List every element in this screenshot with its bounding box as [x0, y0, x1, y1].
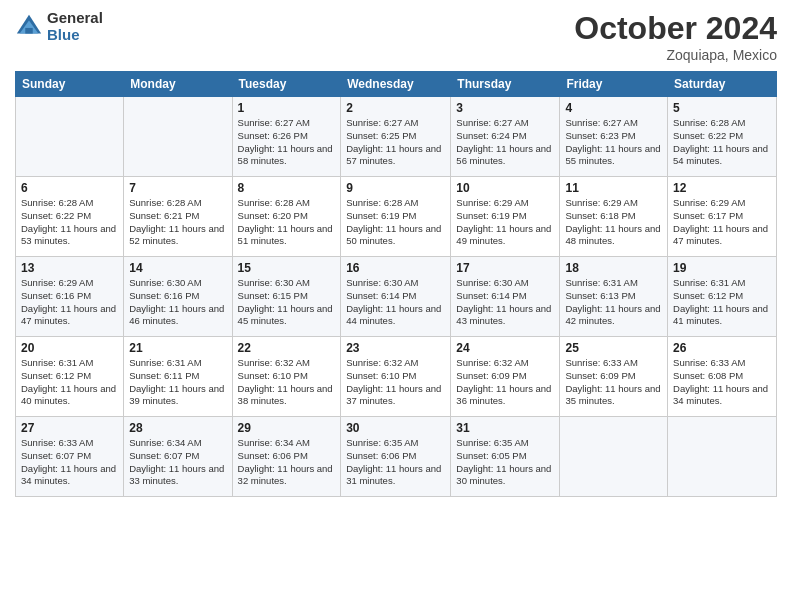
weekday-header-monday: Monday — [124, 72, 232, 97]
calendar-cell: 3Sunrise: 6:27 AM Sunset: 6:24 PM Daylig… — [451, 97, 560, 177]
day-info: Sunrise: 6:27 AM Sunset: 6:26 PM Dayligh… — [238, 117, 336, 168]
day-info: Sunrise: 6:28 AM Sunset: 6:20 PM Dayligh… — [238, 197, 336, 248]
logo-blue-text: Blue — [47, 27, 103, 44]
day-number: 15 — [238, 261, 336, 275]
day-info: Sunrise: 6:29 AM Sunset: 6:18 PM Dayligh… — [565, 197, 662, 248]
calendar-cell: 31Sunrise: 6:35 AM Sunset: 6:05 PM Dayli… — [451, 417, 560, 497]
day-info: Sunrise: 6:33 AM Sunset: 6:08 PM Dayligh… — [673, 357, 771, 408]
week-row-4: 20Sunrise: 6:31 AM Sunset: 6:12 PM Dayli… — [16, 337, 777, 417]
calendar-cell: 23Sunrise: 6:32 AM Sunset: 6:10 PM Dayli… — [341, 337, 451, 417]
calendar-cell: 22Sunrise: 6:32 AM Sunset: 6:10 PM Dayli… — [232, 337, 341, 417]
day-number: 13 — [21, 261, 118, 275]
calendar-cell — [668, 417, 777, 497]
calendar-cell: 28Sunrise: 6:34 AM Sunset: 6:07 PM Dayli… — [124, 417, 232, 497]
day-info: Sunrise: 6:31 AM Sunset: 6:12 PM Dayligh… — [673, 277, 771, 328]
calendar-cell: 29Sunrise: 6:34 AM Sunset: 6:06 PM Dayli… — [232, 417, 341, 497]
weekday-header-tuesday: Tuesday — [232, 72, 341, 97]
calendar-cell: 27Sunrise: 6:33 AM Sunset: 6:07 PM Dayli… — [16, 417, 124, 497]
day-number: 5 — [673, 101, 771, 115]
day-number: 20 — [21, 341, 118, 355]
day-number: 28 — [129, 421, 226, 435]
calendar-cell: 25Sunrise: 6:33 AM Sunset: 6:09 PM Dayli… — [560, 337, 668, 417]
calendar-cell: 26Sunrise: 6:33 AM Sunset: 6:08 PM Dayli… — [668, 337, 777, 417]
calendar-cell: 24Sunrise: 6:32 AM Sunset: 6:09 PM Dayli… — [451, 337, 560, 417]
calendar-cell: 1Sunrise: 6:27 AM Sunset: 6:26 PM Daylig… — [232, 97, 341, 177]
day-number: 7 — [129, 181, 226, 195]
calendar-cell: 20Sunrise: 6:31 AM Sunset: 6:12 PM Dayli… — [16, 337, 124, 417]
day-number: 22 — [238, 341, 336, 355]
day-info: Sunrise: 6:29 AM Sunset: 6:17 PM Dayligh… — [673, 197, 771, 248]
day-number: 11 — [565, 181, 662, 195]
weekday-row: SundayMondayTuesdayWednesdayThursdayFrid… — [16, 72, 777, 97]
calendar-cell: 5Sunrise: 6:28 AM Sunset: 6:22 PM Daylig… — [668, 97, 777, 177]
logo-text: General Blue — [47, 10, 103, 43]
day-info: Sunrise: 6:31 AM Sunset: 6:11 PM Dayligh… — [129, 357, 226, 408]
day-number: 18 — [565, 261, 662, 275]
day-info: Sunrise: 6:27 AM Sunset: 6:25 PM Dayligh… — [346, 117, 445, 168]
logo: General Blue — [15, 10, 103, 43]
weekday-header-saturday: Saturday — [668, 72, 777, 97]
day-info: Sunrise: 6:30 AM Sunset: 6:15 PM Dayligh… — [238, 277, 336, 328]
day-info: Sunrise: 6:30 AM Sunset: 6:14 PM Dayligh… — [346, 277, 445, 328]
page: General Blue October 2024 Zoquiapa, Mexi… — [0, 0, 792, 612]
day-number: 24 — [456, 341, 554, 355]
day-info: Sunrise: 6:30 AM Sunset: 6:14 PM Dayligh… — [456, 277, 554, 328]
week-row-5: 27Sunrise: 6:33 AM Sunset: 6:07 PM Dayli… — [16, 417, 777, 497]
calendar-cell: 19Sunrise: 6:31 AM Sunset: 6:12 PM Dayli… — [668, 257, 777, 337]
day-number: 6 — [21, 181, 118, 195]
day-info: Sunrise: 6:28 AM Sunset: 6:19 PM Dayligh… — [346, 197, 445, 248]
day-info: Sunrise: 6:28 AM Sunset: 6:22 PM Dayligh… — [673, 117, 771, 168]
calendar-cell: 13Sunrise: 6:29 AM Sunset: 6:16 PM Dayli… — [16, 257, 124, 337]
calendar-cell: 10Sunrise: 6:29 AM Sunset: 6:19 PM Dayli… — [451, 177, 560, 257]
calendar-cell: 8Sunrise: 6:28 AM Sunset: 6:20 PM Daylig… — [232, 177, 341, 257]
day-info: Sunrise: 6:31 AM Sunset: 6:13 PM Dayligh… — [565, 277, 662, 328]
weekday-header-sunday: Sunday — [16, 72, 124, 97]
day-number: 23 — [346, 341, 445, 355]
calendar-cell: 4Sunrise: 6:27 AM Sunset: 6:23 PM Daylig… — [560, 97, 668, 177]
month-title: October 2024 — [574, 10, 777, 47]
calendar-table: SundayMondayTuesdayWednesdayThursdayFrid… — [15, 71, 777, 497]
day-info: Sunrise: 6:34 AM Sunset: 6:07 PM Dayligh… — [129, 437, 226, 488]
day-info: Sunrise: 6:33 AM Sunset: 6:07 PM Dayligh… — [21, 437, 118, 488]
day-info: Sunrise: 6:30 AM Sunset: 6:16 PM Dayligh… — [129, 277, 226, 328]
calendar-cell — [16, 97, 124, 177]
calendar-body: 1Sunrise: 6:27 AM Sunset: 6:26 PM Daylig… — [16, 97, 777, 497]
day-number: 8 — [238, 181, 336, 195]
day-info: Sunrise: 6:31 AM Sunset: 6:12 PM Dayligh… — [21, 357, 118, 408]
svg-rect-2 — [25, 27, 32, 33]
weekday-header-thursday: Thursday — [451, 72, 560, 97]
calendar-cell: 12Sunrise: 6:29 AM Sunset: 6:17 PM Dayli… — [668, 177, 777, 257]
day-info: Sunrise: 6:29 AM Sunset: 6:16 PM Dayligh… — [21, 277, 118, 328]
weekday-header-wednesday: Wednesday — [341, 72, 451, 97]
day-number: 14 — [129, 261, 226, 275]
day-number: 26 — [673, 341, 771, 355]
day-number: 19 — [673, 261, 771, 275]
calendar-cell — [124, 97, 232, 177]
calendar-cell: 7Sunrise: 6:28 AM Sunset: 6:21 PM Daylig… — [124, 177, 232, 257]
day-number: 16 — [346, 261, 445, 275]
calendar-cell: 2Sunrise: 6:27 AM Sunset: 6:25 PM Daylig… — [341, 97, 451, 177]
day-number: 3 — [456, 101, 554, 115]
calendar-cell: 11Sunrise: 6:29 AM Sunset: 6:18 PM Dayli… — [560, 177, 668, 257]
calendar-cell: 9Sunrise: 6:28 AM Sunset: 6:19 PM Daylig… — [341, 177, 451, 257]
calendar-cell: 21Sunrise: 6:31 AM Sunset: 6:11 PM Dayli… — [124, 337, 232, 417]
day-number: 21 — [129, 341, 226, 355]
weekday-header-friday: Friday — [560, 72, 668, 97]
day-info: Sunrise: 6:27 AM Sunset: 6:24 PM Dayligh… — [456, 117, 554, 168]
logo-icon — [15, 13, 43, 41]
calendar-header: SundayMondayTuesdayWednesdayThursdayFrid… — [16, 72, 777, 97]
day-number: 27 — [21, 421, 118, 435]
day-info: Sunrise: 6:34 AM Sunset: 6:06 PM Dayligh… — [238, 437, 336, 488]
calendar-cell: 18Sunrise: 6:31 AM Sunset: 6:13 PM Dayli… — [560, 257, 668, 337]
logo-general-text: General — [47, 10, 103, 27]
day-number: 17 — [456, 261, 554, 275]
day-info: Sunrise: 6:28 AM Sunset: 6:22 PM Dayligh… — [21, 197, 118, 248]
day-info: Sunrise: 6:35 AM Sunset: 6:06 PM Dayligh… — [346, 437, 445, 488]
week-row-3: 13Sunrise: 6:29 AM Sunset: 6:16 PM Dayli… — [16, 257, 777, 337]
week-row-2: 6Sunrise: 6:28 AM Sunset: 6:22 PM Daylig… — [16, 177, 777, 257]
day-info: Sunrise: 6:28 AM Sunset: 6:21 PM Dayligh… — [129, 197, 226, 248]
header: General Blue October 2024 Zoquiapa, Mexi… — [15, 10, 777, 63]
day-info: Sunrise: 6:33 AM Sunset: 6:09 PM Dayligh… — [565, 357, 662, 408]
day-number: 12 — [673, 181, 771, 195]
day-number: 1 — [238, 101, 336, 115]
